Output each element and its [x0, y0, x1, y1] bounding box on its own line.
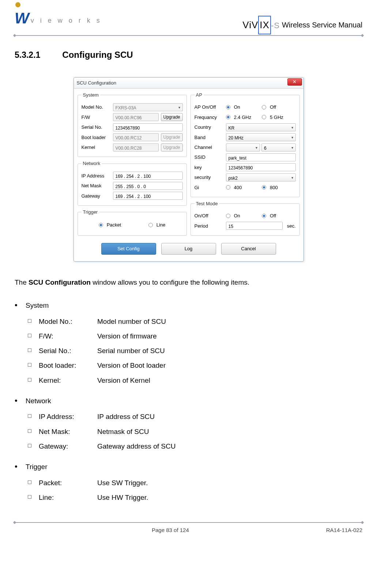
list-term: Boot loader: [39, 359, 97, 372]
list-desc: IP address of SCU [97, 411, 155, 423]
ip-input[interactable]: 169 . 254 . 2 . 100 [113, 172, 183, 180]
list-desc: Version of firmware [97, 330, 157, 342]
log-button[interactable]: Log [161, 243, 216, 255]
model-select[interactable]: FXRS-03A [113, 103, 183, 111]
fw-input: V00.00.RC96 [113, 113, 159, 121]
country-label: Country [195, 123, 224, 131]
period-input[interactable]: 15 [226, 222, 283, 230]
list-term: Line: [39, 491, 97, 504]
list-item: Net Mask:Netmask of SCU [38, 426, 362, 438]
logo-vivix: ViVIX-S Wireless Service Manual [242, 16, 362, 34]
list-item: F/W:Version of firmware [38, 330, 362, 342]
intro-text: The SCU Configuration window allows you … [15, 276, 362, 289]
vivix-brand: ViVIX-S [242, 16, 280, 34]
ap-on-radio[interactable]: On [226, 103, 260, 111]
test-onoff-label: On/Off [195, 211, 224, 220]
logo-vieworks: W v i e w o r k s [15, 7, 102, 34]
list-head: Trigger [26, 463, 47, 471]
list-desc: Use SW Trigger. [97, 477, 148, 489]
vieworks-text: v i e w o r k s [31, 15, 102, 26]
gi-400-radio[interactable]: 400 [226, 183, 260, 192]
kernel-label: Kernel [82, 143, 111, 151]
test-on-radio[interactable]: On [226, 211, 260, 220]
close-icon[interactable]: ✕ [287, 78, 302, 86]
ssid-input[interactable]: park_test [226, 153, 296, 161]
system-legend: System [82, 91, 100, 99]
list-head: Network [26, 397, 51, 405]
mask-input[interactable]: 255 . 255 . 0 . 0 [113, 182, 183, 190]
list-item: Boot loader:Version of Boot loader [38, 359, 362, 372]
kernel-upgrade-button: Upgrade [161, 143, 183, 151]
sub-list: IP Address:IP address of SCUNet Mask:Net… [26, 411, 362, 453]
key-input[interactable]: 1234567890 [226, 163, 296, 171]
list-term: Gateway: [39, 440, 97, 453]
gateway-label: Gateway [82, 192, 111, 200]
trigger-fieldset: Trigger Packet Line [78, 208, 187, 236]
sub-list: Model No.:Model number of SCUF/W:Version… [26, 315, 362, 387]
list-item: Serial No.:Serial number of SCU [38, 345, 362, 357]
manual-title: Wireless Service Manual [282, 18, 362, 31]
list-desc: Model number of SCU [97, 315, 166, 328]
list-term: Model No.: [39, 315, 97, 328]
test-off-radio[interactable]: Off [262, 211, 296, 220]
ssid-label: SSID [195, 153, 224, 161]
testmode-legend: Test Mode [195, 199, 219, 208]
list-desc: Version of Kernel [97, 374, 150, 387]
network-fieldset: Network IP Address 169 . 254 . 2 . 100 N… [78, 159, 187, 206]
key-label: key [195, 163, 224, 172]
fw-upgrade-button[interactable]: Upgrade [161, 113, 183, 121]
system-fieldset: System Model No. FXRS-03A F/W V00.00.RC9… [78, 91, 187, 157]
testmode-fieldset: Test Mode On/Off On Off Period 15 sec. [191, 199, 300, 236]
list-term: Kernel: [39, 374, 97, 387]
security-label: security [195, 173, 224, 181]
list-term: F/W: [39, 330, 97, 342]
set-config-button[interactable]: Set Config [101, 243, 156, 255]
ip-label: IP Address [82, 172, 111, 180]
ap-fieldset: AP AP On/Off On Off Frequancy 2.4 GHz 5 … [191, 91, 300, 197]
security-select[interactable]: psk2 [226, 173, 296, 181]
gi-800-radio[interactable]: 800 [262, 183, 296, 192]
list-section: NetworkIP Address:IP address of SCUNet M… [26, 393, 362, 453]
list-item: IP Address:IP address of SCU [38, 411, 362, 423]
doc-number: RA14-11A-022 [326, 525, 362, 535]
channel-a-select[interactable] [226, 143, 260, 151]
ap-off-radio[interactable]: Off [262, 103, 296, 111]
gateway-input[interactable]: 169 . 254 . 2 . 100 [113, 192, 183, 200]
channel-label: Channel [195, 143, 224, 151]
list-term: Packet: [39, 477, 97, 489]
period-label: Period [195, 222, 224, 230]
trigger-legend: Trigger [82, 208, 99, 216]
period-unit: sec. [285, 222, 296, 230]
vieworks-w-icon: W [15, 4, 29, 32]
boot-upgrade-button: Upgrade [161, 133, 183, 141]
band-select[interactable]: 20 MHz [226, 133, 296, 141]
gi-label: Gi [195, 183, 224, 192]
section-number: 5.3.2.1 [15, 48, 40, 63]
freq-24-radio[interactable]: 2.4 GHz [226, 113, 260, 121]
mask-label: Net Mask [82, 181, 111, 190]
list-desc: Serial number of SCU [97, 345, 165, 357]
list-item: Kernel:Version of Kernel [38, 374, 362, 387]
trigger-packet-radio[interactable]: Packet [99, 221, 121, 229]
page-header: W v i e w o r k s ViVIX-S Wireless Servi… [15, 0, 362, 36]
band-label: Band [195, 133, 224, 142]
list-term: IP Address: [39, 411, 97, 423]
trigger-line-radio[interactable]: Line [148, 221, 166, 229]
serial-input[interactable]: 1234567890 [113, 123, 183, 131]
freq-5-radio[interactable]: 5 GHz [262, 113, 296, 121]
serial-label: Serial No. [82, 123, 111, 131]
channel-b-select[interactable]: 6 [261, 143, 296, 151]
dialog-titlebar: SCU Configuration ✕ [74, 78, 304, 89]
freq-label: Frequancy [195, 113, 224, 121]
list-item: Packet:Use SW Trigger. [38, 477, 362, 489]
list-item: Gateway:Gateway address of SCU [38, 440, 362, 453]
network-legend: Network [82, 159, 102, 168]
model-label: Model No. [82, 103, 111, 111]
country-select[interactable]: KR [226, 123, 296, 131]
list-section: SystemModel No.:Model number of SCUF/W:V… [26, 298, 362, 387]
page-footer: Page 83 of 124 RA14-11A-022 [15, 522, 362, 535]
ap-legend: AP [195, 91, 204, 99]
scu-dialog: SCU Configuration ✕ System Model No. FXR… [73, 77, 304, 262]
boot-label: Boot loader [82, 133, 111, 142]
cancel-button[interactable]: Cancel [221, 243, 276, 255]
